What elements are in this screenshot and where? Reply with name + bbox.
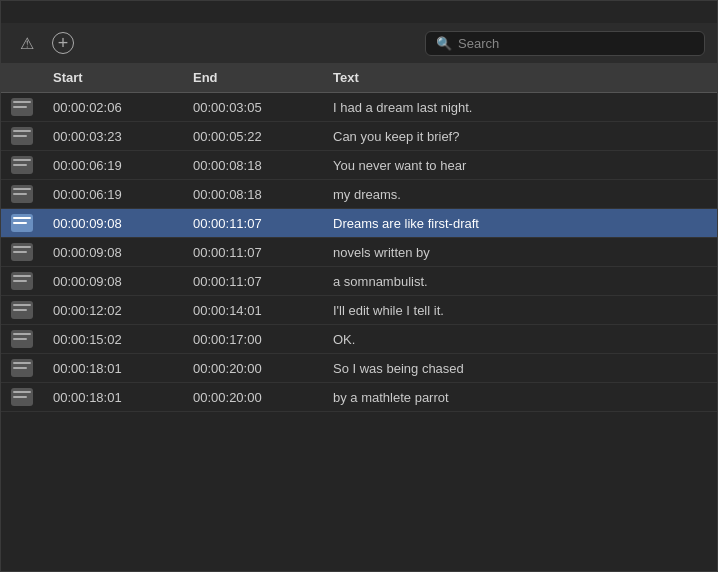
table-row[interactable]: 00:00:02:0600:00:03:05I had a dream last… (1, 93, 717, 122)
caption-icon (11, 330, 33, 348)
row-start: 00:00:18:01 (43, 383, 183, 412)
table-row[interactable]: 00:00:09:0800:00:11:07Dreams are like fi… (1, 209, 717, 238)
row-text: So I was being chased (323, 354, 717, 383)
captions-panel: ⚠ + 🔍 Start End Text 00:00:02:0600:00:03… (0, 0, 718, 572)
row-start: 00:00:09:08 (43, 238, 183, 267)
captions-table: Start End Text 00:00:02:0600:00:03:05I h… (1, 63, 717, 412)
table-row[interactable]: 00:00:09:0800:00:11:07novels written by (1, 238, 717, 267)
row-icon-cell (1, 122, 43, 151)
table-row[interactable]: 00:00:06:1900:00:08:18my dreams. (1, 180, 717, 209)
row-icon-cell (1, 267, 43, 296)
row-text: Can you keep it brief? (323, 122, 717, 151)
panel-header (1, 1, 717, 23)
row-icon-cell (1, 93, 43, 122)
table-row[interactable]: 00:00:06:1900:00:08:18You never want to … (1, 151, 717, 180)
row-start: 00:00:15:02 (43, 325, 183, 354)
row-end: 00:00:11:07 (183, 238, 323, 267)
row-end: 00:00:11:07 (183, 209, 323, 238)
col-header-text: Text (323, 63, 717, 93)
table-row[interactable]: 00:00:15:0200:00:17:00OK. (1, 325, 717, 354)
row-icon-cell (1, 325, 43, 354)
row-end: 00:00:14:01 (183, 296, 323, 325)
col-header-icon (1, 63, 43, 93)
row-text: OK. (323, 325, 717, 354)
caption-icon (11, 243, 33, 261)
caption-icon (11, 127, 33, 145)
row-end: 00:00:20:00 (183, 354, 323, 383)
add-icon: + (52, 32, 74, 54)
row-start: 00:00:18:01 (43, 354, 183, 383)
row-start: 00:00:06:19 (43, 151, 183, 180)
col-header-start: Start (43, 63, 183, 93)
toolbar-left: ⚠ + (13, 29, 417, 57)
row-start: 00:00:09:08 (43, 209, 183, 238)
search-icon: 🔍 (436, 36, 452, 51)
caption-icon (11, 98, 33, 116)
search-container: 🔍 (425, 31, 705, 56)
caption-icon (11, 272, 33, 290)
caption-icon (11, 214, 33, 232)
caption-icon (11, 388, 33, 406)
caption-icon (11, 359, 33, 377)
row-text: my dreams. (323, 180, 717, 209)
row-text: Dreams are like first-draft (323, 209, 717, 238)
caption-icon (11, 185, 33, 203)
row-end: 00:00:05:22 (183, 122, 323, 151)
row-icon-cell (1, 383, 43, 412)
row-icon-cell (1, 354, 43, 383)
warning-button[interactable]: ⚠ (13, 29, 41, 57)
warning-icon: ⚠ (20, 34, 34, 53)
table-container[interactable]: Start End Text 00:00:02:0600:00:03:05I h… (1, 63, 717, 571)
row-icon-cell (1, 151, 43, 180)
search-input[interactable] (458, 36, 694, 51)
table-row[interactable]: 00:00:12:0200:00:14:01I'll edit while I … (1, 296, 717, 325)
row-end: 00:00:08:18 (183, 151, 323, 180)
row-end: 00:00:17:00 (183, 325, 323, 354)
row-start: 00:00:02:06 (43, 93, 183, 122)
row-text: You never want to hear (323, 151, 717, 180)
row-text: a somnambulist. (323, 267, 717, 296)
table-body: 00:00:02:0600:00:03:05I had a dream last… (1, 93, 717, 412)
row-icon-cell (1, 180, 43, 209)
table-header-row: Start End Text (1, 63, 717, 93)
row-end: 00:00:08:18 (183, 180, 323, 209)
add-caption-button[interactable]: + (49, 29, 77, 57)
table-row[interactable]: 00:00:18:0100:00:20:00So I was being cha… (1, 354, 717, 383)
table-row[interactable]: 00:00:03:2300:00:05:22Can you keep it br… (1, 122, 717, 151)
col-header-end: End (183, 63, 323, 93)
row-text: I'll edit while I tell it. (323, 296, 717, 325)
row-icon-cell (1, 209, 43, 238)
row-icon-cell (1, 238, 43, 267)
row-end: 00:00:20:00 (183, 383, 323, 412)
table-row[interactable]: 00:00:09:0800:00:11:07a somnambulist. (1, 267, 717, 296)
table-row[interactable]: 00:00:18:0100:00:20:00by a mathlete parr… (1, 383, 717, 412)
row-start: 00:00:03:23 (43, 122, 183, 151)
row-end: 00:00:11:07 (183, 267, 323, 296)
row-icon-cell (1, 296, 43, 325)
row-text: by a mathlete parrot (323, 383, 717, 412)
row-text: novels written by (323, 238, 717, 267)
toolbar: ⚠ + 🔍 (1, 23, 717, 63)
row-start: 00:00:09:08 (43, 267, 183, 296)
caption-icon (11, 301, 33, 319)
row-text: I had a dream last night. (323, 93, 717, 122)
row-end: 00:00:03:05 (183, 93, 323, 122)
row-start: 00:00:06:19 (43, 180, 183, 209)
caption-icon (11, 156, 33, 174)
row-start: 00:00:12:02 (43, 296, 183, 325)
